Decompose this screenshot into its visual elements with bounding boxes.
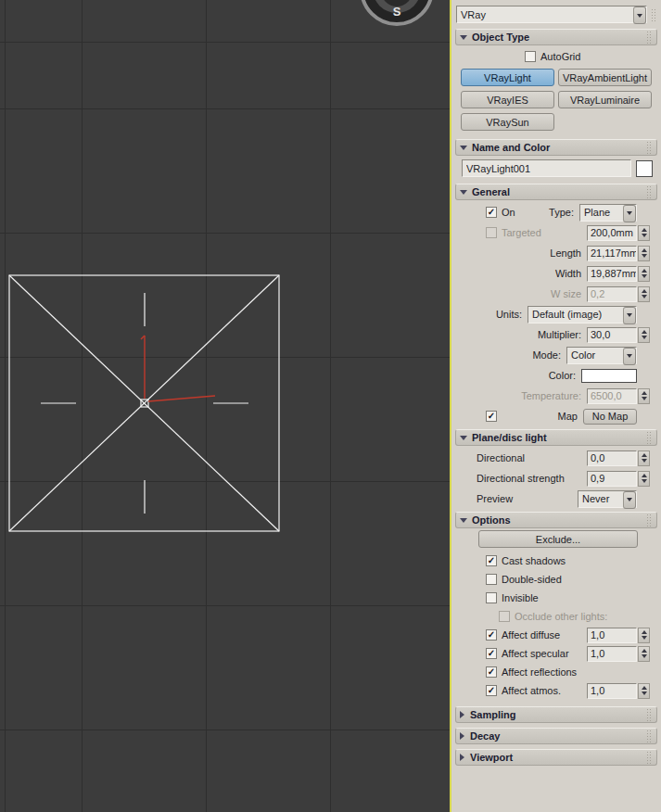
directional-strength-row: Directional strength 0,9 <box>454 468 658 488</box>
affect-atmos-spinner[interactable] <box>638 683 650 699</box>
chevron-down-icon[interactable] <box>633 6 646 24</box>
multiplier-spinner[interactable] <box>638 327 650 343</box>
temperature-spinner[interactable] <box>638 388 650 404</box>
width-row: Width 19,887mm <box>454 263 658 284</box>
vrayambientlight-button[interactable]: VRayAmbientLight <box>558 69 652 86</box>
axis-gizmo <box>141 336 215 401</box>
grip-handle <box>646 708 653 721</box>
length-spinner[interactable] <box>638 246 650 261</box>
wsize-spinner[interactable] <box>638 286 650 302</box>
rollout-title: Object Type <box>472 32 529 43</box>
affect-diffuse-row: Affect diffuse 1,0 <box>454 626 658 644</box>
command-panel: VRay Object Type AutoGrid VRayLight VRay… <box>451 0 661 812</box>
cast-shadows-row: Cast shadows <box>454 552 658 570</box>
vray-plane-light-object[interactable] <box>9 275 279 531</box>
rollout-header-name-color[interactable]: Name and Color <box>455 139 657 156</box>
wsize-field[interactable]: 0,2 <box>587 286 637 302</box>
directional-strength-spinner[interactable] <box>638 471 650 487</box>
directional-strength-label: Directional strength <box>477 473 565 484</box>
application-window: S VRay <box>0 0 661 812</box>
affect-specular-row: Affect specular 1,0 <box>454 644 658 663</box>
vraysun-icon[interactable]: S <box>362 0 432 24</box>
preview-dropdown[interactable]: Never <box>578 490 637 508</box>
chevron-down-icon[interactable] <box>623 348 636 365</box>
cast-shadows-checkbox[interactable] <box>486 555 497 566</box>
rollout-header-plane-disc[interactable]: Plane/disc light <box>455 429 657 446</box>
viewport-canvas[interactable]: S <box>0 0 450 812</box>
targeted-row: Targeted 200,0mm <box>454 222 658 243</box>
chevron-down-icon[interactable] <box>623 307 636 324</box>
affect-reflections-checkbox[interactable] <box>486 666 497 678</box>
affect-diffuse-spinner[interactable] <box>638 628 650 643</box>
directional-strength-field[interactable]: 0,9 <box>587 471 637 487</box>
preview-label: Preview <box>477 493 513 504</box>
rollout-title: Viewport <box>470 752 513 763</box>
autogrid-label: AutoGrid <box>540 51 580 62</box>
type-dropdown-value: Plane <box>580 207 623 218</box>
affect-atmos-checkbox[interactable] <box>486 685 497 696</box>
double-sided-checkbox[interactable] <box>486 574 497 585</box>
object-name-input[interactable] <box>462 159 631 177</box>
double-sided-label: Double-sided <box>502 574 562 585</box>
exclude-button[interactable]: Exclude... <box>478 530 638 548</box>
rollout-header-viewport[interactable]: Viewport <box>455 749 657 766</box>
temperature-row: Temperature: 6500,0 <box>454 386 658 406</box>
on-checkbox[interactable] <box>486 207 497 218</box>
rollout-header-decay[interactable]: Decay <box>455 728 657 744</box>
rollout-header-sampling[interactable]: Sampling <box>455 706 657 723</box>
width-spinner[interactable] <box>638 266 650 282</box>
category-row: VRay <box>456 6 657 23</box>
affect-specular-checkbox[interactable] <box>486 648 497 659</box>
mode-dropdown[interactable]: Color <box>566 347 637 364</box>
affect-specular-field[interactable]: 1,0 <box>587 646 637 662</box>
category-dropdown[interactable]: VRay <box>456 6 647 23</box>
directional-spinner[interactable] <box>638 450 650 466</box>
affect-specular-spinner[interactable] <box>638 646 650 662</box>
targeted-label: Targeted <box>502 227 541 238</box>
double-sided-row: Double-sided <box>454 570 658 589</box>
object-color-swatch[interactable] <box>636 160 653 177</box>
occlude-checkbox[interactable] <box>499 611 510 622</box>
chevron-down-icon[interactable] <box>623 205 636 222</box>
affect-atmos-field[interactable]: 1,0 <box>587 683 637 699</box>
preview-row: Preview Never <box>454 488 658 509</box>
vrayluminaire-button[interactable]: VRayLuminaire <box>558 91 652 108</box>
affect-diffuse-checkbox[interactable] <box>486 629 497 641</box>
rollout-header-object-type[interactable]: Object Type <box>455 29 657 45</box>
vrayies-button[interactable]: VRayIES <box>461 91 554 108</box>
directional-field[interactable]: 0,0 <box>587 450 637 466</box>
chevron-down-icon[interactable] <box>623 491 636 509</box>
grip-handle <box>646 730 653 742</box>
autogrid-checkbox[interactable] <box>525 51 536 62</box>
rollout-header-general[interactable]: General <box>455 184 657 200</box>
mode-row: Mode: Color <box>454 345 658 365</box>
map-button[interactable]: No Map <box>583 409 637 425</box>
light-color-swatch[interactable] <box>581 369 637 383</box>
rollout-header-options[interactable]: Options <box>455 512 657 528</box>
temperature-field[interactable]: 6500,0 <box>587 388 637 404</box>
invisible-checkbox[interactable] <box>486 592 497 603</box>
map-row: Map No Map <box>454 406 658 426</box>
vraysun-button[interactable]: VRaySun <box>461 113 554 131</box>
affect-diffuse-field[interactable]: 1,0 <box>587 628 637 643</box>
map-checkbox[interactable] <box>486 411 497 422</box>
target-distance-field[interactable]: 200,0mm <box>587 225 637 241</box>
units-dropdown[interactable]: Default (image) <box>528 306 637 324</box>
units-label: Units: <box>464 309 522 320</box>
on-label: On <box>502 207 515 218</box>
vraylight-button[interactable]: VRayLight <box>461 69 554 86</box>
type-label: Type: <box>515 207 574 218</box>
length-field[interactable]: 21,117mm <box>587 246 637 261</box>
width-field[interactable]: 19,887mm <box>587 266 637 282</box>
length-row: Length 21,117mm <box>454 243 658 263</box>
targeted-checkbox[interactable] <box>486 227 497 238</box>
type-dropdown[interactable]: Plane <box>579 204 637 222</box>
rollout-open-arrow-icon <box>460 518 467 523</box>
rollout-title: Sampling <box>470 709 516 720</box>
target-distance-spinner[interactable] <box>638 225 650 241</box>
rollout-title: Options <box>472 514 511 526</box>
multiplier-row: Multiplier: 30,0 <box>454 324 658 345</box>
cast-shadows-label: Cast shadows <box>502 555 566 566</box>
multiplier-field[interactable]: 30,0 <box>587 327 637 343</box>
invisible-label: Invisible <box>502 592 539 603</box>
